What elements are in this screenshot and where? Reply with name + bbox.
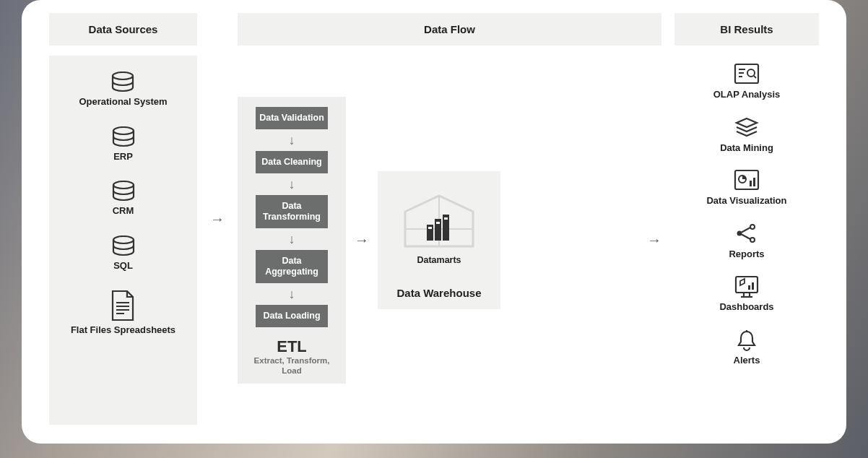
- etl-stage: Data Aggregating: [256, 250, 328, 283]
- result-reports: Reports: [729, 222, 764, 260]
- result-data-mining: Data Mining: [720, 116, 773, 154]
- source-label: CRM: [110, 205, 136, 217]
- flow-arrow-icon: →: [355, 233, 369, 248]
- svg-line-30: [742, 234, 750, 239]
- etl-stage: Data Transforming: [256, 195, 328, 228]
- etl-title: ETL: [277, 337, 307, 356]
- result-label: Data Mining: [720, 142, 773, 154]
- svg-rect-14: [436, 222, 440, 224]
- source-sql: SQL: [110, 236, 136, 272]
- column-data-flow: Data Flow Data Validation ↓ Data Cleanin…: [238, 13, 661, 425]
- flow-arrow-icon: →: [647, 233, 661, 248]
- chart-icon: [734, 169, 760, 191]
- source-crm: CRM: [110, 181, 136, 217]
- down-arrow-icon: ↓: [289, 233, 295, 246]
- result-label: Dashboards: [719, 301, 773, 313]
- down-arrow-icon: ↓: [289, 178, 295, 191]
- svg-rect-13: [428, 227, 432, 229]
- header-data-flow: Data Flow: [238, 13, 661, 46]
- svg-rect-25: [753, 178, 755, 186]
- etl-box: Data Validation ↓ Data Cleaning ↓ Data T…: [238, 97, 346, 384]
- svg-point-27: [750, 225, 755, 229]
- header-data-sources: Data Sources: [49, 13, 197, 46]
- diagram-card: Data Sources Operational System ERP: [22, 0, 846, 444]
- source-flat-files: Flat Files Spreadsheets: [71, 290, 175, 336]
- result-olap-analysis: OLAP Analysis: [713, 63, 780, 100]
- column-bi-results: BI Results OLAP Analysis Data Mining: [674, 13, 819, 425]
- layers-icon: [734, 116, 760, 138]
- warehouse-icon: [399, 190, 479, 252]
- result-label: OLAP Analysis: [713, 89, 780, 100]
- svg-point-1: [113, 127, 134, 134]
- down-arrow-icon: ↓: [289, 134, 295, 147]
- result-dashboards: Dashboards: [719, 275, 773, 313]
- database-icon: [110, 181, 136, 202]
- data-sources-list: Operational System ERP CRM: [49, 56, 197, 425]
- source-label: Flat Files Spreadsheets: [71, 324, 175, 336]
- svg-line-21: [754, 76, 756, 78]
- database-icon: [110, 236, 136, 257]
- etl-stage: Data Validation: [256, 107, 328, 129]
- etl-stage: Data Cleaning: [256, 151, 328, 173]
- file-icon: [108, 290, 137, 321]
- analysis-icon: [734, 63, 760, 85]
- dashboard-icon: [734, 275, 760, 297]
- database-icon: [110, 126, 136, 148]
- svg-rect-15: [444, 217, 448, 220]
- down-arrow-icon: ↓: [289, 288, 295, 301]
- source-operational-system: Operational System: [79, 72, 167, 108]
- svg-rect-33: [752, 282, 754, 290]
- svg-point-26: [737, 230, 742, 236]
- source-erp: ERP: [110, 126, 136, 163]
- bi-results-list: OLAP Analysis Data Mining Data Visualiza…: [674, 56, 819, 425]
- result-data-visualization: Data Visualization: [706, 169, 786, 207]
- source-label: ERP: [110, 151, 136, 163]
- etl-stage: Data Loading: [256, 305, 328, 327]
- svg-line-29: [742, 228, 750, 233]
- share-icon: [734, 222, 760, 244]
- svg-point-28: [750, 238, 755, 242]
- data-warehouse-box: Datamarts Data Warehouse: [378, 171, 500, 309]
- result-alerts: Alerts: [734, 329, 760, 366]
- header-bi-results: BI Results: [674, 13, 819, 46]
- column-data-sources: Data Sources Operational System ERP: [49, 13, 197, 425]
- etl-subtitle: Extract, Transform, Load: [246, 356, 337, 376]
- source-label: SQL: [110, 260, 136, 272]
- flow-arrow-icon: →: [210, 13, 225, 425]
- svg-rect-31: [736, 277, 758, 293]
- svg-point-3: [113, 236, 134, 243]
- result-label: Data Visualization: [706, 195, 786, 207]
- svg-point-20: [747, 69, 755, 77]
- datamarts-label: Datamarts: [385, 255, 493, 265]
- svg-rect-24: [750, 181, 752, 186]
- svg-point-0: [113, 72, 133, 79]
- svg-point-2: [113, 181, 134, 189]
- result-label: Alerts: [734, 355, 760, 366]
- database-icon: [110, 72, 136, 93]
- bell-icon: [734, 329, 760, 350]
- data-warehouse-title: Data Warehouse: [385, 287, 493, 299]
- source-label: Operational System: [79, 96, 167, 108]
- result-label: Reports: [729, 249, 764, 260]
- svg-rect-32: [748, 285, 750, 290]
